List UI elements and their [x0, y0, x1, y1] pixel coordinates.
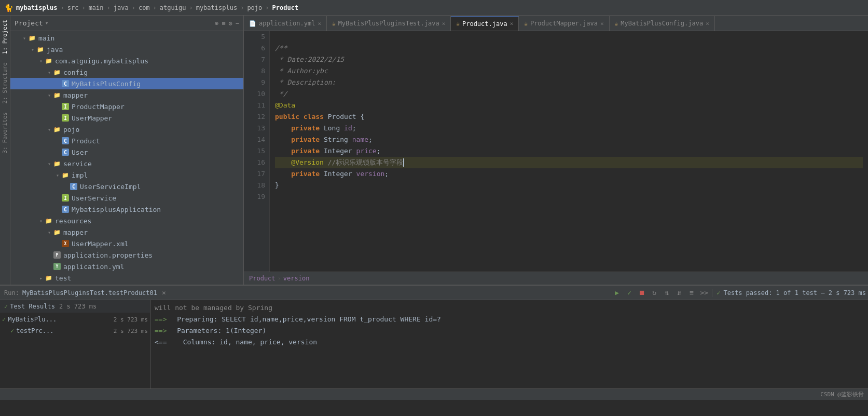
folder-icon-impl: 📁 — [61, 171, 70, 179]
folder-icon-pkg: 📁 — [45, 57, 53, 65]
tree-item-user[interactable]: C User — [10, 146, 243, 158]
path-atguigu: atguigu — [160, 4, 186, 11]
app-icon: 🐈 — [4, 4, 13, 12]
folder-icon-main: 📁 — [28, 34, 36, 42]
yaml-icon: Y — [53, 262, 61, 271]
tab-application-yml[interactable]: 📄 application.yml × — [244, 16, 327, 31]
code-editor[interactable]: 5 6 7 8 9 10 11 12 13 14 15 16 17 18 19 — [244, 31, 868, 272]
tree-item-product[interactable]: C Product — [10, 135, 243, 146]
sort2-btn[interactable]: ⇵ — [673, 287, 685, 299]
test-item-testprc[interactable]: ✓ testPrc... 2 s 723 ms — [0, 325, 150, 337]
editor-tabs: 📄 application.yml × ☕ MyBatisPlusPlugins… — [244, 16, 868, 31]
interface-icon-productmapper: I — [61, 102, 70, 111]
code-line-14: private String name; — [275, 134, 863, 145]
test-tree: ✓ MyBatisPlu... 2 s 723 ms ✓ testPrc... … — [0, 313, 150, 388]
code-line-8: * Author:ybc — [275, 65, 863, 77]
sort-btn[interactable]: ⇅ — [661, 287, 672, 299]
output-line-parameters: ==> Parameters: 1(Integer) — [155, 325, 864, 337]
run-test-name: MyBatisPlusPluginsTest.testProduct01 — [22, 289, 157, 297]
path-mybatisplus: mybatisplus — [196, 4, 237, 11]
path-product: Product — [272, 4, 299, 11]
folder-icon-resources: 📁 — [45, 217, 53, 225]
project-tree: ▾ 📁 main ▾ 📁 java ▾ 📁 com.atguigu.mybat — [10, 31, 243, 285]
collapse-all-icon[interactable]: ≡ — [222, 20, 225, 27]
folder-icon-config: 📁 — [53, 68, 61, 76]
tab-mybatisplusplugins-test[interactable]: ☕ MyBatisPlusPluginsTest.java × — [327, 16, 451, 31]
tree-item-userservice[interactable]: I UserService — [10, 192, 243, 204]
output-area: will not be managed by Spring ==> Prepar… — [150, 300, 868, 388]
editor-breadcrumb: Product › version — [244, 272, 868, 285]
folder-icon-java: 📁 — [36, 45, 45, 53]
code-line-7: * Date:2022/2/15 — [275, 54, 863, 65]
tree-item-mybatisplusapp[interactable]: C MybatisplusApplication — [10, 204, 243, 215]
close-tab-productmapper[interactable]: × — [600, 20, 604, 27]
tab-favorites[interactable]: 3: Favorites — [0, 108, 10, 157]
tab-project[interactable]: 1: Project — [0, 16, 10, 58]
xml-icon-usermapper: X — [61, 239, 70, 248]
vertical-tab-bar: 1: Project 2: Structure 3: Favorites — [0, 16, 10, 285]
code-line-12: public class Product { — [275, 111, 863, 123]
class-icon-mybatisplusconfig: C — [61, 79, 70, 88]
test-item-mybatisplus[interactable]: ✓ MyBatisPlu... 2 s 723 ms — [0, 314, 150, 325]
tree-item-productmapper[interactable]: I ProductMapper — [10, 101, 243, 112]
tree-item-usermapper-xml[interactable]: X UserMapper.xml — [10, 238, 243, 249]
close-tab-test[interactable]: × — [442, 20, 446, 27]
tab-productmapper-java[interactable]: ☕ ProductMapper.java × — [519, 16, 609, 31]
tree-item-service[interactable]: ▾ 📁 service — [10, 158, 243, 169]
run-btn[interactable]: ▶ — [611, 287, 623, 299]
tree-item-usermapper[interactable]: I UserMapper — [10, 112, 243, 124]
tree-item-resources[interactable]: ▾ 📁 resources — [10, 215, 243, 226]
locate-icon[interactable]: ⊕ — [215, 20, 218, 27]
tree-item-config[interactable]: ▾ 📁 config — [10, 66, 243, 78]
line-numbers: 5 6 7 8 9 10 11 12 13 14 15 16 17 18 19 — [244, 31, 270, 272]
test-result-header: ✓ Test Results 2 s 723 ms — [0, 300, 150, 313]
tab-mybatisplusconfig-java[interactable]: ☕ MyBatisPlusConfig.java × — [610, 16, 715, 31]
tree-item-app-yml[interactable]: Y application.yml — [10, 261, 243, 272]
folder-icon-test: 📁 — [45, 274, 53, 282]
close-tab-product[interactable]: × — [510, 20, 514, 27]
code-content[interactable]: /** * Date:2022/2/15 * Author:ybc * Desc… — [270, 31, 868, 272]
more-btn[interactable]: >> — [698, 287, 710, 299]
rerun-btn[interactable]: ↻ — [649, 287, 660, 299]
output-line-columns: <== Columns: id, name, price, version — [155, 337, 864, 348]
breadcrumb-product: Product — [249, 275, 275, 282]
java-tab-icon-test: ☕ — [332, 20, 336, 27]
tree-item-main[interactable]: ▾ 📁 main — [10, 32, 243, 44]
tree-item-mapper-res[interactable]: ▾ 📁 mapper — [10, 226, 243, 238]
stop-btn[interactable]: ⏹ — [636, 287, 647, 299]
java-tab-icon-productmapper: ☕ — [524, 20, 528, 27]
align-btn[interactable]: ≡ — [686, 287, 697, 299]
tree-item-impl[interactable]: ▾ 📁 impl — [10, 169, 243, 181]
title-bar: 🐈 mybatisplus › src › main › java › com … — [0, 0, 868, 16]
code-line-16: @Version //标识乐观锁版本号字段 — [275, 157, 863, 168]
code-line-13: private Long id; — [275, 123, 863, 134]
editor-area: 📄 application.yml × ☕ MyBatisPlusPlugins… — [244, 16, 868, 285]
tree-item-app-properties[interactable]: P application.properties — [10, 249, 243, 261]
tree-item-mapper[interactable]: ▾ 📁 mapper — [10, 89, 243, 101]
folder-icon-service: 📁 — [53, 159, 61, 168]
tree-item-pojo[interactable]: ▾ 📁 pojo — [10, 124, 243, 135]
status-bar: CSDN @蓝影铁骨 — [0, 388, 868, 400]
breadcrumb-version: version — [283, 275, 310, 282]
tree-item-test[interactable]: ▸ 📁 test — [10, 272, 243, 284]
output-line-preparing: ==> Preparing: SELECT id,name,price,vers… — [155, 314, 864, 325]
class-icon-userserviceimpl: C — [70, 182, 78, 191]
project-dropdown-arrow[interactable]: ▾ — [45, 20, 49, 26]
close-tab-yml[interactable]: × — [318, 20, 321, 27]
tree-item-java[interactable]: ▾ 📁 java — [10, 44, 243, 55]
folder-icon-mapper-res: 📁 — [53, 228, 61, 236]
bottom-panel: Run: MyBatisPlusPluginsTest.testProduct0… — [0, 285, 868, 388]
settings-icon[interactable]: ⚙ — [229, 20, 232, 27]
project-name: mybatisplus — [16, 4, 57, 11]
close-run-btn[interactable]: × — [158, 287, 170, 299]
java-tab-icon-product: ☕ — [456, 20, 460, 27]
check-btn[interactable]: ✓ — [624, 287, 635, 299]
code-line-11: @Data — [275, 100, 863, 111]
tab-product-java[interactable]: ☕ Product.java × — [451, 16, 519, 31]
tree-item-userserviceimpl[interactable]: C UserServiceImpl — [10, 181, 243, 192]
tab-structure[interactable]: 2: Structure — [0, 58, 10, 108]
tree-item-mybatisplusconfig[interactable]: C MyBatisPlusConfig — [10, 78, 243, 89]
tree-item-com-atguigu[interactable]: ▾ 📁 com.atguigu.mybatisplus — [10, 55, 243, 66]
minimize-icon[interactable]: − — [236, 20, 239, 27]
close-tab-config[interactable]: × — [706, 20, 709, 27]
